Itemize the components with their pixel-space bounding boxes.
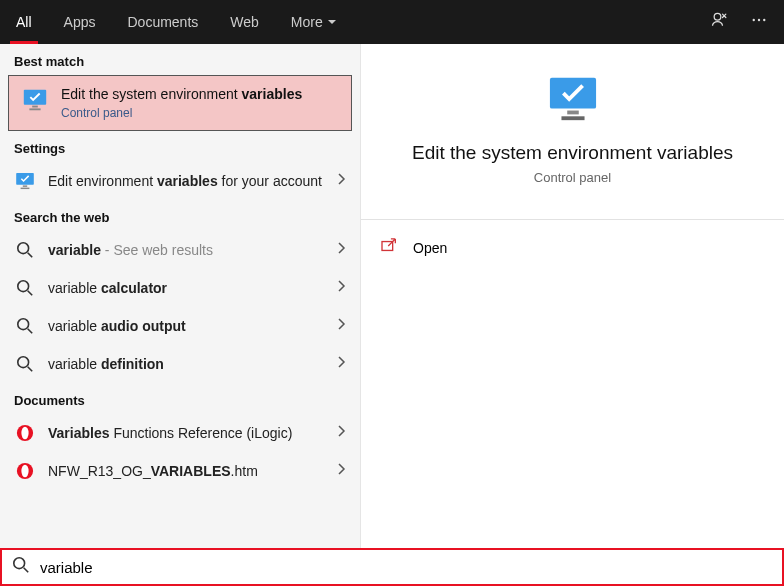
search-bar[interactable]: [0, 548, 784, 586]
svg-rect-6: [29, 108, 40, 110]
tab-documents[interactable]: Documents: [111, 0, 214, 44]
label-bold: variable: [48, 242, 101, 258]
title-prefix: Edit the system environment: [61, 86, 242, 102]
label-bold: audio output: [101, 318, 186, 334]
svg-point-12: [18, 319, 29, 330]
svg-rect-9: [21, 188, 30, 189]
tab-label: All: [16, 14, 32, 30]
web-item-variable[interactable]: variable - See web results: [0, 231, 360, 269]
chevron-right-icon: [336, 317, 346, 335]
opera-icon: [14, 422, 36, 444]
chevron-right-icon: [336, 424, 346, 442]
label-pre: NFW_R13_OG_: [48, 463, 151, 479]
best-match-header: Best match: [0, 44, 360, 75]
svg-rect-5: [32, 106, 38, 108]
best-match-result[interactable]: Edit the system environment variables Co…: [8, 75, 352, 131]
tab-label: More: [291, 14, 323, 30]
tab-label: Documents: [127, 14, 198, 30]
open-icon: [381, 238, 399, 257]
label-bold: definition: [101, 356, 164, 372]
tab-all[interactable]: All: [0, 0, 48, 44]
doc-item-nfw-variables[interactable]: NFW_R13_OG_VARIABLES.htm: [0, 452, 360, 490]
tab-label: Web: [230, 14, 259, 30]
chevron-right-icon: [336, 462, 346, 480]
svg-rect-8: [23, 185, 27, 186]
best-match-sub: Control panel: [61, 106, 302, 120]
chevron-right-icon: [336, 241, 346, 259]
svg-point-15: [21, 427, 28, 440]
svg-point-10: [18, 243, 29, 254]
web-item-calculator[interactable]: variable calculator: [0, 269, 360, 307]
svg-point-3: [763, 19, 765, 21]
detail-hero: Edit the system environment variables Co…: [361, 74, 784, 205]
search-input[interactable]: [40, 559, 772, 576]
web-item-audio-output[interactable]: variable audio output: [0, 307, 360, 345]
web-item-definition[interactable]: variable definition: [0, 345, 360, 383]
web-item-label: variable audio output: [48, 318, 324, 334]
tabs: All Apps Documents Web More: [0, 0, 353, 44]
search-icon: [14, 239, 36, 261]
search-icon: [14, 277, 36, 299]
chevron-right-icon: [336, 172, 346, 190]
topbar-right: [710, 0, 776, 44]
label-pre: Edit environment: [48, 173, 157, 189]
svg-point-17: [21, 465, 28, 478]
settings-header: Settings: [0, 131, 360, 162]
web-item-label: variable definition: [48, 356, 324, 372]
monitor-check-icon: [21, 86, 49, 114]
monitor-check-icon: [14, 170, 36, 192]
tab-more[interactable]: More: [275, 0, 353, 44]
label-post: .htm: [231, 463, 258, 479]
svg-point-0: [714, 13, 721, 20]
detail-panel: Edit the system environment variables Co…: [360, 44, 784, 548]
svg-point-22: [14, 558, 25, 569]
body: Best match Edit the system environment v…: [0, 44, 784, 548]
svg-rect-19: [567, 111, 579, 115]
label-bold: calculator: [101, 280, 167, 296]
label-pre: variable: [48, 356, 101, 372]
chevron-down-icon: [327, 17, 337, 27]
doc-item-label: NFW_R13_OG_VARIABLES.htm: [48, 463, 324, 479]
more-options-icon[interactable]: [750, 11, 768, 33]
search-icon: [12, 556, 30, 578]
settings-item-label: Edit environment variables for your acco…: [48, 173, 324, 189]
title-bold: variables: [242, 86, 303, 102]
tab-label: Apps: [64, 14, 96, 30]
label-pre: variable: [48, 280, 101, 296]
open-label: Open: [413, 240, 447, 256]
settings-item-edit-env-vars[interactable]: Edit environment variables for your acco…: [0, 162, 360, 200]
chevron-right-icon: [336, 355, 346, 373]
topbar: All Apps Documents Web More: [0, 0, 784, 44]
doc-item-variables-functions[interactable]: Variables Functions Reference (iLogic): [0, 414, 360, 452]
detail-actions: Open: [361, 220, 784, 275]
chevron-right-icon: [336, 279, 346, 297]
results-panel: Best match Edit the system environment v…: [0, 44, 360, 548]
label-post: Functions Reference (iLogic): [110, 425, 293, 441]
label-bold: Variables: [48, 425, 110, 441]
tab-web[interactable]: Web: [214, 0, 275, 44]
feedback-icon[interactable]: [710, 10, 730, 34]
opera-icon: [14, 460, 36, 482]
best-match-text: Edit the system environment variables Co…: [61, 86, 302, 120]
label-post: for your account: [218, 173, 322, 189]
doc-item-label: Variables Functions Reference (iLogic): [48, 425, 324, 441]
web-item-label: variable calculator: [48, 280, 324, 296]
best-match-title: Edit the system environment variables: [61, 86, 302, 102]
label-faded: - See web results: [101, 242, 213, 258]
open-action[interactable]: Open: [381, 234, 764, 261]
label-pre: variable: [48, 318, 101, 334]
label-bold: variables: [157, 173, 218, 189]
svg-point-13: [18, 357, 29, 368]
svg-rect-20: [561, 116, 584, 120]
svg-point-2: [758, 19, 760, 21]
svg-point-11: [18, 281, 29, 292]
search-icon: [14, 353, 36, 375]
search-icon: [14, 315, 36, 337]
monitor-check-icon: [544, 124, 602, 141]
web-item-label: variable - See web results: [48, 242, 324, 258]
detail-inner: Edit the system environment variables Co…: [361, 44, 784, 275]
tab-apps[interactable]: Apps: [48, 0, 112, 44]
detail-title: Edit the system environment variables: [391, 142, 754, 164]
documents-header: Documents: [0, 383, 360, 414]
detail-sub: Control panel: [391, 170, 754, 185]
